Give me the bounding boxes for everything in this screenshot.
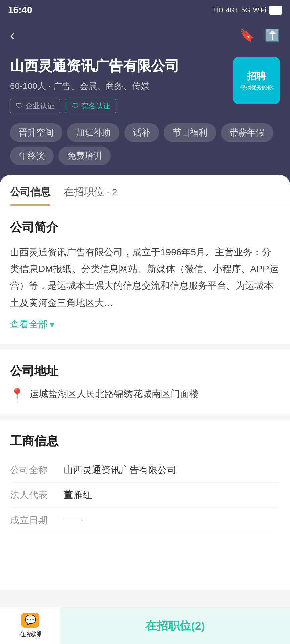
biz-value-date: ——: [64, 514, 83, 527]
company-name: 山西灵通资讯广告有限公司: [10, 57, 226, 75]
biz-label-date: 成立日期: [10, 514, 64, 527]
biz-value-legal: 董雁红: [64, 489, 92, 501]
company-logo: 招聘 寻找优秀的你: [233, 57, 280, 104]
badges: 🛡 企业认证 🛡 实名认证: [10, 99, 226, 113]
enterprise-badge: 🛡 企业认证: [10, 99, 60, 113]
intro-title: 公司简介: [10, 219, 280, 236]
logo-text-line2: 寻找优秀的你: [240, 84, 273, 91]
benefit-tags: 晋升空间 加班补助 话补 节日福利 带薪年假 年终奖 免费培训: [10, 123, 280, 165]
open-jobs-count: · 2: [107, 187, 117, 197]
tag-annual-leave: 带薪年假: [221, 123, 273, 142]
status-bar: 16:40 HD 4G+ 5G WiFi 55: [0, 0, 290, 20]
biz-row-date: 成立日期 ——: [10, 508, 280, 533]
company-meta: 60-100人 · 广告、会展、商务、传媒: [10, 80, 226, 92]
bookmark-icon[interactable]: 🔖: [240, 28, 255, 42]
tag-overtime: 加班补助: [67, 123, 119, 142]
company-header: 山西灵通资讯广告有限公司 60-100人 · 广告、会展、商务、传媒 🛡 企业认…: [10, 57, 280, 123]
page-header: ‹ 🔖 ⬆️: [0, 20, 290, 50]
address-row: 📍 运城盐湖区人民北路锦绣花城南区门面楼: [10, 387, 280, 401]
tab-company-info[interactable]: 公司信息: [10, 175, 50, 206]
bottom-spacer: [0, 546, 290, 590]
tag-bonus: 年终奖: [10, 147, 54, 165]
main-content: 公司信息 在招职位 · 2 公司简介 山西灵通资讯广告有限公司，成立于1996年…: [0, 175, 290, 590]
5g-icon: 5G: [241, 6, 250, 14]
status-icons: HD 4G+ 5G WiFi 55: [213, 6, 282, 15]
logo-inner: 招聘 寻找优秀的你: [233, 57, 280, 104]
tag-promotion: 晋升空间: [10, 123, 62, 142]
back-button[interactable]: ‹: [10, 28, 15, 42]
biz-value-name: 山西灵通资讯广告有限公司: [64, 464, 177, 476]
biz-table: 公司全称 山西灵通资讯广告有限公司 法人代表 董雁红 成立日期 ——: [10, 458, 280, 533]
intro-body: 山西灵通资讯广告有限公司，成立于1996年5月。主营业务：分类信息DM报纸、分类…: [10, 244, 280, 312]
chat-label: 在线聊: [19, 629, 41, 639]
address-title: 公司地址: [10, 363, 280, 379]
tag-holiday: 节日福利: [164, 123, 216, 142]
tab-open-jobs[interactable]: 在招职位 · 2: [64, 175, 117, 206]
company-info: 山西灵通资讯广告有限公司 60-100人 · 广告、会展、商务、传媒 🛡 企业认…: [10, 57, 226, 123]
location-icon: 📍: [10, 387, 24, 401]
see-more-button[interactable]: 查看全部 ▾: [10, 318, 280, 331]
biz-row-legal: 法人代表 董雁红: [10, 483, 280, 508]
real-name-badge: 🛡 实名认证: [66, 99, 116, 113]
business-info-section: 工商信息 公司全称 山西灵通资讯广告有限公司 法人代表 董雁红 成立日期 ——: [0, 420, 290, 546]
chat-icon: 💬: [21, 613, 39, 628]
wifi-icon: WiFi: [253, 6, 267, 14]
shield-icon: 🛡: [16, 102, 23, 110]
biz-label-name: 公司全称: [10, 464, 64, 476]
address-text: 运城盐湖区人民北路锦绣花城南区门面楼: [30, 388, 199, 400]
share-icon[interactable]: ⬆️: [265, 28, 280, 42]
bottom-bar: 💬 在线聊 在招职位(2): [0, 607, 290, 644]
company-intro-section: 公司简介 山西灵通资讯广告有限公司，成立于1996年5月。主营业务：分类信息DM…: [0, 206, 290, 344]
jobs-button[interactable]: 在招职位(2): [60, 607, 290, 644]
biz-label-legal: 法人代表: [10, 489, 64, 501]
divider-2: [0, 414, 290, 420]
header-actions: 🔖 ⬆️: [240, 28, 280, 42]
divider: [0, 344, 290, 350]
tabs: 公司信息 在招职位 · 2: [0, 175, 290, 206]
hero-section: 山西灵通资讯广告有限公司 60-100人 · 广告、会展、商务、传媒 🛡 企业认…: [0, 50, 290, 185]
status-time: 16:40: [8, 5, 32, 15]
logo-text-line1: 招聘: [247, 70, 266, 83]
chevron-down-icon: ▾: [50, 319, 54, 330]
biz-title: 工商信息: [10, 433, 280, 449]
tag-phone: 话补: [124, 123, 159, 142]
4g-icon: 4G+: [226, 6, 239, 14]
biz-row-name: 公司全称 山西灵通资讯广告有限公司: [10, 458, 280, 483]
shield-icon-green: 🛡: [71, 102, 79, 110]
tag-training: 免费培训: [58, 147, 111, 165]
chat-button[interactable]: 💬 在线聊: [0, 607, 60, 644]
signal-icon: HD: [213, 6, 223, 14]
company-address-section: 公司地址 📍 运城盐湖区人民北路锦绣花城南区门面楼: [0, 350, 290, 414]
battery-indicator: 55: [269, 6, 282, 15]
